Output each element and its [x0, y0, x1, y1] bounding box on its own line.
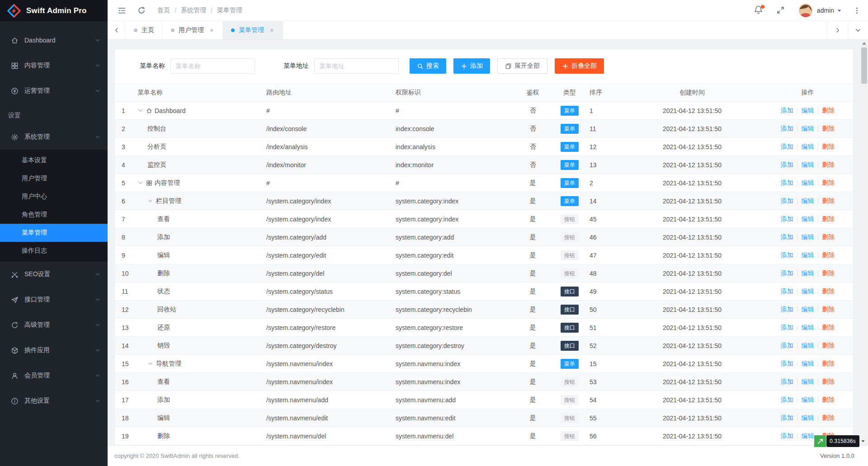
op-delete-link[interactable]: 删除	[822, 233, 835, 240]
op-edit-link[interactable]: 编辑	[802, 269, 814, 277]
refresh-icon[interactable]	[136, 5, 147, 16]
breadcrumb-item[interactable]: 首页	[157, 6, 170, 14]
notifications-bell-icon[interactable]	[754, 5, 764, 16]
op-add-link[interactable]: 添加	[781, 179, 793, 186]
op-add-link[interactable]: 添加	[781, 396, 793, 403]
sidebar-item-other[interactable]: 其他设置	[0, 388, 108, 414]
avatar[interactable]	[799, 4, 812, 17]
op-add-link[interactable]: 添加	[781, 233, 793, 240]
op-edit-link[interactable]: 编辑	[802, 432, 814, 439]
op-add-link[interactable]: 添加	[781, 306, 793, 313]
op-delete-link[interactable]: 删除	[822, 197, 835, 204]
sidebar-item-member[interactable]: 会员管理	[0, 363, 108, 388]
op-edit-link[interactable]: 编辑	[802, 360, 814, 367]
op-delete-link[interactable]: 删除	[822, 251, 835, 259]
op-add-link[interactable]: 添加	[781, 161, 793, 168]
fullscreen-icon[interactable]	[776, 6, 785, 15]
page-speed-badge[interactable]: 0.315836s	[814, 435, 865, 447]
op-add-link[interactable]: 添加	[781, 414, 793, 421]
op-delete-link[interactable]: 删除	[822, 143, 835, 150]
op-add-link[interactable]: 添加	[781, 143, 793, 150]
caret-down-icon[interactable]	[861, 439, 865, 443]
sidebar-subitem[interactable]: 用户中心	[0, 188, 108, 206]
op-edit-link[interactable]: 编辑	[802, 414, 814, 421]
op-delete-link[interactable]: 删除	[822, 378, 835, 385]
op-delete-link[interactable]: 删除	[822, 161, 835, 168]
op-delete-link[interactable]: 删除	[822, 215, 835, 222]
chevron-down-icon[interactable]	[137, 108, 143, 113]
op-add-link[interactable]: 添加	[781, 125, 793, 132]
op-edit-link[interactable]: 编辑	[802, 125, 814, 132]
collapse-all-button[interactable]: 折叠全部	[555, 58, 604, 74]
scrollbar-up-arrow-icon[interactable]	[860, 40, 868, 47]
op-add-link[interactable]: 添加	[781, 342, 793, 349]
sidebar-item-system[interactable]: 系统管理	[0, 124, 108, 150]
sidebar-subitem[interactable]: 用户管理	[0, 169, 108, 188]
op-add-link[interactable]: 添加	[781, 287, 793, 295]
sidebar-item-dashboard[interactable]: Dashboard	[0, 28, 108, 53]
op-add-link[interactable]: 添加	[781, 107, 793, 114]
tabs-menu-icon[interactable]	[848, 21, 868, 39]
vertical-scrollbar[interactable]	[860, 40, 868, 445]
tabs-scroll-right-icon[interactable]	[827, 21, 848, 39]
op-edit-link[interactable]: 编辑	[802, 251, 814, 259]
breadcrumb-item[interactable]: 菜单管理	[217, 6, 242, 14]
search-button[interactable]: 搜索	[410, 58, 446, 74]
sidebar-item-seo[interactable]: SEO设置	[0, 262, 108, 287]
op-edit-link[interactable]: 编辑	[802, 197, 814, 204]
menu-name-input[interactable]	[170, 58, 255, 74]
tab-item[interactable]: 主页	[126, 21, 163, 39]
sidebar-subitem[interactable]: 操作日志	[0, 242, 108, 260]
user-menu[interactable]: admin	[817, 7, 842, 14]
op-edit-link[interactable]: 编辑	[802, 287, 814, 295]
op-add-link[interactable]: 添加	[781, 324, 793, 331]
op-delete-link[interactable]: 删除	[822, 396, 835, 403]
op-edit-link[interactable]: 编辑	[802, 378, 814, 385]
op-delete-link[interactable]: 删除	[822, 342, 835, 349]
expand-all-button[interactable]: 展开全部	[497, 58, 547, 74]
op-edit-link[interactable]: 编辑	[802, 215, 814, 222]
tab-item[interactable]: 用户管理×	[163, 21, 223, 39]
op-edit-link[interactable]: 编辑	[802, 306, 814, 313]
op-edit-link[interactable]: 编辑	[802, 396, 814, 403]
op-add-link[interactable]: 添加	[781, 215, 793, 222]
op-delete-link[interactable]: 删除	[822, 107, 835, 114]
op-edit-link[interactable]: 编辑	[802, 143, 814, 150]
sidebar-item-plugin[interactable]: 插件应用	[0, 338, 108, 363]
op-add-link[interactable]: 添加	[781, 360, 793, 367]
op-add-link[interactable]: 添加	[781, 269, 793, 277]
op-add-link[interactable]: 添加	[781, 251, 793, 259]
op-edit-link[interactable]: 编辑	[802, 107, 814, 114]
op-delete-link[interactable]: 删除	[822, 269, 835, 277]
op-delete-link[interactable]: 删除	[822, 179, 835, 186]
op-delete-link[interactable]: 删除	[822, 360, 835, 367]
op-add-link[interactable]: 添加	[781, 432, 793, 439]
op-delete-link[interactable]: 删除	[822, 414, 835, 421]
op-add-link[interactable]: 添加	[781, 378, 793, 385]
more-options-icon[interactable]	[852, 5, 862, 15]
sidebar-subitem[interactable]: 菜单管理	[0, 224, 108, 242]
tab-close-icon[interactable]: ×	[209, 27, 214, 34]
chevron-down-icon[interactable]	[147, 198, 153, 204]
collapse-sidebar-icon[interactable]	[116, 5, 127, 16]
op-edit-link[interactable]: 编辑	[802, 179, 814, 186]
sidebar-item-advanced[interactable]: 高级管理	[0, 312, 108, 338]
op-add-link[interactable]: 添加	[781, 197, 793, 204]
sidebar-subitem[interactable]: 基本设置	[0, 151, 108, 169]
breadcrumb-item[interactable]: 系统管理	[181, 6, 206, 14]
sidebar-item-content[interactable]: 内容管理	[0, 53, 108, 78]
op-edit-link[interactable]: 编辑	[802, 342, 814, 349]
op-delete-link[interactable]: 删除	[822, 306, 835, 313]
chevron-down-icon[interactable]	[137, 180, 143, 186]
op-edit-link[interactable]: 编辑	[802, 324, 814, 331]
sidebar-subitem[interactable]: 角色管理	[0, 206, 108, 224]
op-edit-link[interactable]: 编辑	[802, 161, 814, 168]
menu-url-input[interactable]	[314, 58, 399, 74]
add-button[interactable]: 添加	[453, 58, 490, 74]
tab-active[interactable]: 菜单管理×	[223, 21, 283, 39]
op-delete-link[interactable]: 删除	[822, 287, 835, 295]
op-delete-link[interactable]: 删除	[822, 324, 835, 331]
scrollbar-thumb[interactable]	[861, 47, 867, 84]
chevron-down-icon[interactable]	[147, 361, 153, 367]
sidebar-item-api[interactable]: 接口管理	[0, 287, 108, 312]
